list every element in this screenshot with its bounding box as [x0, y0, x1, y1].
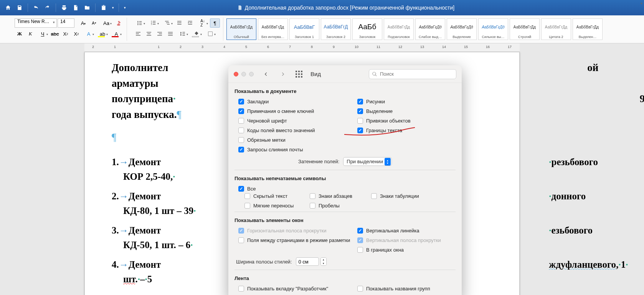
checkbox[interactable]: [357, 286, 363, 292]
new-doc-button[interactable]: [71, 3, 81, 13]
open-button[interactable]: [82, 3, 92, 13]
bullets-button[interactable]: [133, 18, 146, 28]
checkbox[interactable]: [244, 203, 250, 209]
checkbox[interactable]: [357, 99, 363, 104]
checkbox-row: Границы текста: [353, 127, 456, 134]
paste-dropdown[interactable]: ▾: [110, 3, 116, 13]
checkbox[interactable]: [244, 193, 250, 199]
underline-button[interactable]: Ч: [36, 29, 49, 38]
numbering-button[interactable]: 123: [147, 18, 160, 28]
print-button[interactable]: [59, 3, 69, 13]
svg-rect-23: [136, 35, 140, 35]
checkbox-label: Границы текста: [366, 128, 402, 133]
checkbox[interactable]: [238, 237, 244, 243]
forward-button[interactable]: [278, 70, 287, 79]
checkbox[interactable]: [238, 108, 244, 114]
checkbox[interactable]: [238, 137, 244, 143]
paste-button[interactable]: [99, 3, 109, 13]
redo-button[interactable]: [43, 3, 53, 13]
back-button[interactable]: [261, 70, 271, 79]
show-all-button[interactable]: [294, 70, 304, 79]
checkbox-row: Запросы слияния почты: [234, 146, 353, 153]
checkbox[interactable]: [357, 128, 363, 133]
checkbox-row: Привязки объектов: [353, 117, 456, 124]
shading-button[interactable]: [190, 29, 203, 38]
checkbox-row: Рисунки: [353, 98, 456, 105]
checkbox[interactable]: [371, 193, 377, 199]
shrink-font-button[interactable]: A▾: [89, 18, 99, 28]
sort-button[interactable]: A↓Z: [196, 18, 209, 28]
style-tile[interactable]: АаБбЗаголовок: [352, 18, 382, 40]
style-tile[interactable]: АаБбВвГгДдВыделение: [447, 18, 477, 40]
case-button[interactable]: Aa: [100, 18, 113, 28]
checkbox: [357, 237, 363, 243]
style-tile[interactable]: АаБбВвГЗаголовок 1: [289, 18, 319, 40]
checkbox[interactable]: [310, 193, 315, 199]
checkbox[interactable]: [238, 147, 244, 152]
checkbox[interactable]: [357, 228, 363, 234]
style-tile[interactable]: АаБбВвГгДдВыделен…: [573, 18, 603, 40]
grow-font-button[interactable]: A▴: [78, 18, 88, 28]
subscript-button[interactable]: X2: [61, 29, 71, 38]
checkbox[interactable]: [238, 186, 244, 192]
svg-rect-40: [296, 73, 297, 75]
justify-button[interactable]: [165, 29, 175, 38]
style-tile[interactable]: АаБбВвГгДдБез интерва…: [258, 18, 288, 40]
checkbox[interactable]: [357, 108, 363, 114]
field-shading-label: Затенение полей:: [298, 159, 339, 164]
italic-button[interactable]: К: [25, 29, 35, 38]
minimize-window-button[interactable]: [241, 72, 246, 76]
style-tile[interactable]: АаБбВвГгДдСтрогий: [510, 18, 540, 40]
zoom-window-button[interactable]: [249, 72, 254, 76]
show-marks-button[interactable]: ¶: [210, 18, 220, 28]
align-left-button[interactable]: [133, 29, 143, 38]
checkbox-label: Скрытый текст: [253, 193, 287, 199]
checkbox[interactable]: [238, 128, 244, 133]
font-name-select[interactable]: Times New R…▾: [15, 18, 57, 28]
style-tile[interactable]: АаБбВвГгДЗаголовок 2: [321, 18, 351, 40]
style-tile[interactable]: АаБбВвГгДдСлабое выд…: [415, 18, 445, 40]
field-shading-select[interactable]: При выделении ▴▾: [343, 157, 392, 166]
style-width-input[interactable]: [296, 257, 319, 266]
superscript-button[interactable]: X2: [71, 29, 81, 38]
home-button[interactable]: [3, 3, 13, 13]
text-effects-button[interactable]: A: [82, 29, 95, 38]
bold-button[interactable]: Ж: [15, 29, 25, 38]
svg-rect-18: [188, 21, 192, 22]
align-right-button[interactable]: [155, 29, 165, 38]
checkbox[interactable]: [357, 118, 363, 124]
multilevel-button[interactable]: [161, 18, 174, 28]
borders-button[interactable]: [204, 29, 217, 38]
close-window-button[interactable]: [234, 72, 238, 76]
font-color-button[interactable]: A: [110, 29, 123, 38]
style-tile[interactable]: АаБбВвГгДдОбычный: [226, 18, 256, 40]
strike-button[interactable]: abc: [50, 29, 60, 38]
increase-indent-button[interactable]: [185, 18, 195, 28]
font-size-select[interactable]: 14▾: [58, 18, 74, 28]
style-width-stepper[interactable]: ▴▾: [320, 257, 327, 266]
highlight-button[interactable]: ab: [96, 29, 109, 38]
checkbox[interactable]: [310, 203, 315, 209]
qat-customize[interactable]: ▾: [122, 3, 127, 13]
svg-rect-1: [139, 21, 142, 22]
checkbox[interactable]: [238, 118, 244, 124]
checkbox[interactable]: [357, 247, 363, 253]
line-spacing-button[interactable]: [176, 29, 189, 38]
decrease-indent-button[interactable]: [175, 18, 185, 28]
checkbox[interactable]: [238, 286, 244, 292]
svg-rect-30: [168, 32, 173, 32]
checkbox-label: Показывать вкладку "Разработчик": [247, 286, 328, 292]
dialog-title: Вид: [310, 71, 321, 77]
save-button[interactable]: [15, 3, 25, 13]
undo-button[interactable]: [31, 3, 41, 13]
checkbox-label: Примечания о смене ключей: [247, 108, 314, 114]
clear-format-button[interactable]: [114, 18, 124, 28]
style-tile[interactable]: АаБбВвГгДдЦитата 2: [541, 18, 571, 40]
doc-icon: [237, 5, 243, 10]
horizontal-ruler[interactable]: 211234567891011121314151617: [84, 43, 520, 52]
align-center-button[interactable]: [144, 29, 154, 38]
style-tile[interactable]: АаБбВвГгДдПодзаголовок: [384, 18, 414, 40]
search-input[interactable]: [369, 69, 456, 79]
checkbox[interactable]: [238, 99, 244, 104]
style-tile[interactable]: АаБбВвГгДдСильное вы…: [478, 18, 508, 40]
